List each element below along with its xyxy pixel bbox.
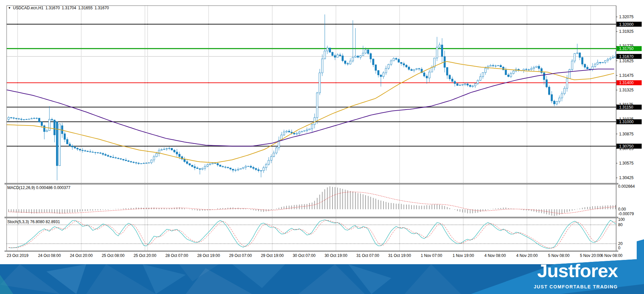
candle [202, 168, 203, 169]
quote-open: 1.31670 [45, 6, 60, 10]
candle [502, 67, 504, 70]
candle [311, 124, 313, 129]
candle [138, 163, 140, 164]
candle [390, 61, 392, 65]
panel-divider[interactable] [5, 183, 618, 184]
candle [454, 81, 456, 84]
candle [508, 75, 509, 76]
candle [393, 58, 395, 61]
candle [293, 133, 295, 134]
macd-name: MACD(12,26,9) [7, 185, 35, 190]
candle [329, 48, 331, 52]
candle [416, 69, 418, 69]
brand-tagline: JUST COMFORTABLE TRADING [534, 284, 618, 289]
candle [204, 167, 206, 169]
candle [51, 119, 53, 120]
candle [553, 101, 555, 104]
candle [237, 169, 239, 170]
candle [268, 160, 270, 164]
candle [531, 69, 532, 70]
candle [490, 66, 491, 67]
candle [263, 168, 264, 171]
candle [232, 169, 234, 170]
candle [194, 167, 196, 168]
candle [546, 80, 547, 87]
candle [255, 169, 257, 170]
candle [408, 67, 410, 69]
candle [115, 158, 116, 158]
price-badge-label: 1.31150 [619, 105, 633, 110]
candle [451, 79, 453, 81]
candle [151, 160, 152, 163]
candle [599, 62, 601, 63]
candle [462, 84, 463, 85]
candle [426, 76, 428, 78]
candle [74, 147, 76, 148]
candle [46, 130, 48, 131]
candle [446, 68, 448, 75]
candle [566, 78, 568, 88]
candle [548, 87, 550, 95]
candle [273, 153, 275, 157]
candle [23, 120, 25, 120]
candle [166, 149, 167, 149]
candle [360, 56, 361, 57]
candle [288, 131, 290, 132]
candle [271, 157, 272, 161]
quote-close: 1.31670 [95, 6, 109, 10]
candle [475, 84, 476, 86]
candle [482, 73, 484, 76]
price-tick-label: 1.31325 [619, 88, 634, 92]
candle [418, 69, 420, 69]
candle [352, 57, 354, 61]
candle [43, 126, 45, 132]
symbol-dropdown-icon[interactable]: ▼ [8, 6, 11, 10]
candle [380, 75, 382, 76]
candle [406, 65, 407, 67]
candle [564, 88, 565, 94]
indicator-tick-label: 100 [618, 217, 625, 222]
candle [345, 61, 346, 64]
chart-title-bar: ▼ USDCAD.ecn,H1 1.31670 1.31704 1.31655 … [8, 6, 109, 10]
candle [258, 170, 259, 171]
candle [459, 85, 461, 85]
candle [383, 73, 384, 76]
candle [558, 98, 560, 102]
candle [235, 170, 236, 171]
candle [431, 67, 433, 72]
price-tick-label: 1.30425 [619, 175, 634, 180]
candle [597, 62, 599, 64]
candle [69, 144, 71, 146]
candle [334, 56, 336, 57]
candle [133, 162, 134, 163]
candle [107, 155, 109, 156]
candle [347, 64, 349, 64]
candle [367, 50, 369, 53]
panel-divider[interactable] [5, 217, 618, 218]
candle [179, 154, 180, 157]
candle [543, 73, 545, 80]
price-badge-label: 1.31670 [619, 54, 634, 59]
candle [350, 61, 351, 64]
candle [90, 152, 91, 152]
indicator-tick-label: 80 [618, 222, 623, 227]
candle [316, 93, 318, 118]
candle [584, 64, 586, 67]
candle [472, 86, 474, 86]
candle [260, 171, 262, 171]
candle [77, 148, 78, 149]
candle [56, 122, 58, 166]
candle [441, 45, 443, 57]
brand-logo-text: Justforex [537, 262, 618, 280]
candle [97, 153, 99, 153]
candle [95, 152, 96, 153]
candle [265, 164, 267, 168]
candle [84, 151, 86, 151]
candle [240, 169, 241, 169]
candle [401, 62, 402, 64]
candle [309, 129, 310, 130]
candle [561, 94, 563, 98]
price-chart-canvas[interactable]: 1.320751.319251.317751.316251.314751.313… [0, 0, 644, 262]
candle [449, 75, 451, 79]
candle [477, 80, 479, 84]
